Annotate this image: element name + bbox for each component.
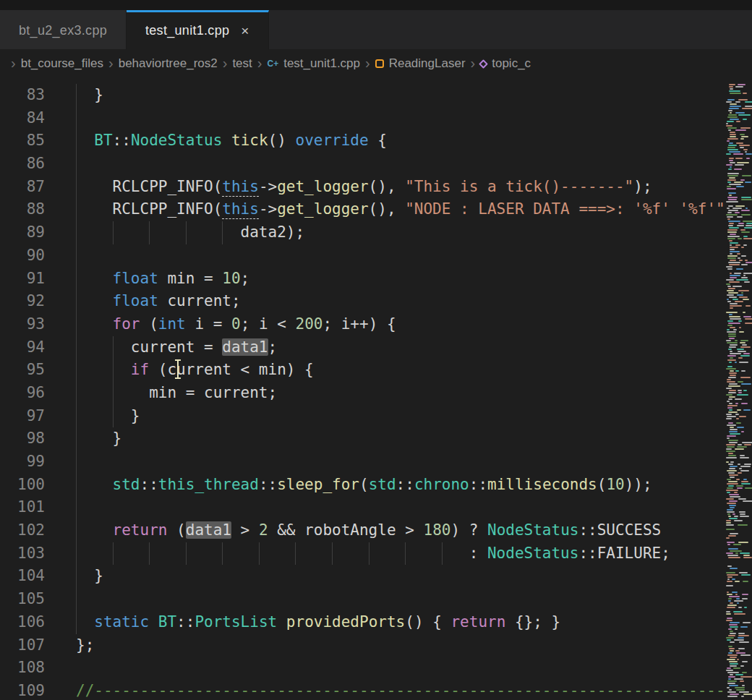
minimap-line <box>738 381 743 383</box>
code-line-93[interactable]: 93 for (int i = 0; i < 200; i++) { <box>0 313 725 336</box>
minimap-line <box>743 312 745 313</box>
minimap-line <box>726 620 732 621</box>
minimap-line <box>730 132 735 133</box>
minimap-line <box>730 622 740 623</box>
code-line-86[interactable]: 86 <box>0 153 725 176</box>
minimap-line <box>728 385 740 387</box>
minimap-line <box>738 84 745 85</box>
minimap-line <box>736 479 740 480</box>
code-line-109[interactable]: 109//-----------------------------------… <box>0 680 725 700</box>
minimap-line <box>728 516 731 517</box>
minimap-line <box>728 262 740 263</box>
minimap-line <box>737 216 743 218</box>
breadcrumb-item-ReadingLaser[interactable]: ReadingLaser <box>375 56 466 71</box>
code-token: data1 <box>186 521 231 539</box>
minimap-line <box>727 320 733 322</box>
minimap-line <box>728 168 732 170</box>
breadcrumb-item-bt_course_files[interactable]: bt_course_files <box>21 56 103 71</box>
code-line-89[interactable]: 89 data2); <box>0 221 725 244</box>
minimap-line <box>739 468 742 469</box>
minimap-line <box>734 492 738 493</box>
code-token: ( <box>140 315 158 333</box>
indent-guide <box>76 427 77 451</box>
code-line-100[interactable]: 100 std::this_thread::sleep_for(std::chr… <box>0 474 725 497</box>
minimap-line <box>738 607 742 608</box>
minimap-line <box>727 149 738 150</box>
minimap-line <box>726 444 735 445</box>
code-line-88[interactable]: 88 RCLCPP_INFO(this->get_logger(), "NODE… <box>0 198 725 221</box>
code-token: float <box>113 270 158 287</box>
indent-guide <box>76 336 77 359</box>
code-line-103[interactable]: 103 : NodeStatus::FAILURE; <box>0 542 725 565</box>
code-token: data2); <box>76 223 304 241</box>
indent-guide <box>76 244 77 268</box>
minimap-line <box>726 572 735 573</box>
minimap-line <box>727 379 731 380</box>
tab-bt_u2_ex3.cpp[interactable]: bt_u2_ex3.cpp <box>0 10 127 49</box>
minimap-line <box>726 637 734 639</box>
code-line-85[interactable]: 85 BT::NodeStatus tick() override { <box>0 129 725 153</box>
minimap-line <box>743 409 751 411</box>
minimap-line <box>727 197 738 198</box>
code-line-99[interactable]: 99 <box>0 451 725 474</box>
breadcrumb-item-topic_c[interactable]: topic_c <box>480 56 531 71</box>
breadcrumb-label: behaviortree_ros2 <box>119 56 218 71</box>
breadcrumb-item-test_unit1.cpp[interactable]: C+test_unit1.cpp <box>267 56 360 71</box>
minimap-line <box>728 548 738 550</box>
code-line-84[interactable]: 84 <box>0 107 725 130</box>
minimap-line <box>729 160 733 161</box>
indent-guide <box>76 107 77 130</box>
minimap-line <box>740 654 751 656</box>
minimap-line <box>735 205 745 207</box>
code-line-105[interactable]: 105 <box>0 588 725 611</box>
minimap-line <box>727 672 739 673</box>
minimap-line <box>730 663 738 665</box>
breadcrumb-item-behaviortree_ros2[interactable]: behaviortree_ros2 <box>119 56 218 71</box>
code-line-90[interactable]: 90 <box>0 244 725 268</box>
code-line-97[interactable]: 97 } <box>0 405 725 428</box>
code-line-98[interactable]: 98 } <box>0 427 725 451</box>
code-line-95[interactable]: 95 if (current < min) { <box>0 359 725 382</box>
code-token: > <box>231 521 259 539</box>
code-line-83[interactable]: 83 } <box>0 84 725 107</box>
minimap[interactable] <box>725 78 752 700</box>
code-line-108[interactable]: 108 <box>0 657 725 680</box>
code-line-94[interactable]: 94 current = data1; <box>0 336 725 359</box>
chevron-right-icon: › <box>11 56 16 70</box>
code-line-102[interactable]: 102 return (data1 > 2 && robotAngle > 18… <box>0 519 725 542</box>
minimap-line <box>734 516 738 517</box>
minimap-line <box>727 691 736 693</box>
code-line-101[interactable]: 101 <box>0 496 725 519</box>
code-line-91[interactable]: 91 float min = 10; <box>0 268 725 291</box>
minimap-line <box>728 464 733 465</box>
code-editor[interactable]: 83 }8485 BT::NodeStatus tick() override … <box>0 78 725 700</box>
code-token: this <box>222 178 259 197</box>
minimap-line <box>742 344 747 346</box>
minimap-line <box>726 585 733 586</box>
code-line-96[interactable]: 96 min = current; <box>0 382 725 405</box>
code-line-106[interactable]: 106 static BT::PortsList providedPorts()… <box>0 611 725 634</box>
code-token: min = <box>158 270 223 287</box>
minimap-line <box>741 574 750 576</box>
minimap-line <box>737 225 744 226</box>
minimap-line <box>735 212 739 213</box>
code-line-87[interactable]: 87 RCLCPP_INFO(this->get_logger(), "This… <box>0 176 725 199</box>
minimap-line <box>742 598 748 599</box>
code-token: RCLCPP_INFO( <box>76 200 222 218</box>
code-line-92[interactable]: 92 float current; <box>0 290 725 313</box>
minimap-line <box>728 485 734 487</box>
code-line-104[interactable]: 104 } <box>0 565 725 588</box>
tab-close-icon[interactable]: × <box>241 24 249 38</box>
line-number: 101 <box>0 496 45 519</box>
tab-test_unit1.cpp[interactable]: test_unit1.cpp× <box>127 10 269 49</box>
code-token: ) ? <box>450 521 487 539</box>
line-number: 106 <box>0 611 45 634</box>
breadcrumb-item-test[interactable]: test <box>232 56 252 71</box>
indent-guide <box>76 474 77 497</box>
minimap-line <box>738 357 743 359</box>
code-line-107[interactable]: 107}; <box>0 634 725 657</box>
minimap-line <box>741 370 745 372</box>
minimap-line <box>741 383 751 385</box>
minimap-line <box>726 388 732 389</box>
indent-guide <box>76 313 77 336</box>
